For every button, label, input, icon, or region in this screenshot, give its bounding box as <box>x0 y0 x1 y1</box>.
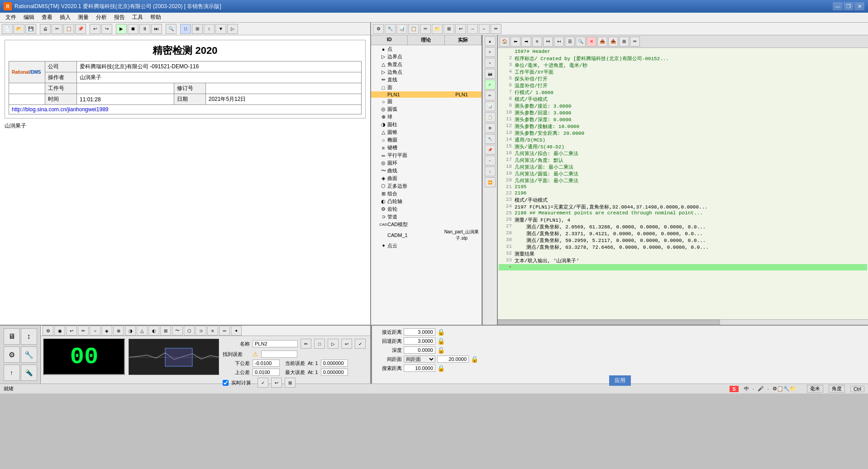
tb-open[interactable]: 📂 <box>14 24 24 34</box>
name-btn5[interactable]: ✓ <box>355 339 366 349</box>
bt-r4[interactable]: ✏ <box>78 326 89 336</box>
tree-tb-cam[interactable]: 📷 <box>485 69 496 79</box>
bottom-icon-move[interactable]: ↕ <box>21 328 37 345</box>
tb-r1[interactable]: ⚙ <box>373 24 384 34</box>
bt-r8[interactable]: ◑ <box>125 326 136 336</box>
tree-item-edge-point[interactable]: ▷ 边角点 <box>371 68 482 76</box>
tb-run[interactable]: ▶ <box>116 24 127 34</box>
tree-item-circle[interactable]: ○ 圆 <box>371 98 482 105</box>
name-btn2[interactable]: □ <box>314 339 325 349</box>
tb-r2[interactable]: 🔧 <box>385 24 396 34</box>
bt-r12[interactable]: 〜 <box>172 326 183 336</box>
tree-item-angle-point[interactable]: △ 角度点 <box>371 61 482 68</box>
rt-btn3[interactable]: ⊞ <box>285 378 296 388</box>
tb-zoom[interactable]: 🔍 <box>166 24 176 34</box>
code-tb-list[interactable]: ☰ <box>565 37 575 47</box>
tb-cut[interactable]: ✂ <box>52 24 62 34</box>
tree-tb-r10[interactable]: ⏩ <box>485 177 496 187</box>
code-tb-r2[interactable]: 📥 <box>608 37 618 47</box>
code-scrollbar[interactable] <box>498 319 868 325</box>
tree-item-curve[interactable]: 〜 曲线 <box>371 167 482 175</box>
tb-view2[interactable]: ⊞ <box>192 24 203 34</box>
tb-step[interactable]: ⏭ <box>151 24 162 34</box>
bt-r2[interactable]: ◉ <box>54 326 65 336</box>
tree-item-keyway[interactable]: ≡ 键槽 <box>371 144 482 152</box>
menu-report[interactable]: 报告 <box>110 13 129 22</box>
close-button[interactable]: ✕ <box>854 2 864 10</box>
tree-tb-r3[interactable]: 📊 <box>485 101 496 111</box>
tree-tb-r5[interactable]: ⚙ <box>485 123 496 133</box>
spacing-select[interactable]: 间距面 <box>404 355 435 363</box>
name-input[interactable] <box>253 340 298 347</box>
tb-new[interactable]: 📄 <box>2 24 13 34</box>
code-tb-align-right[interactable]: ➡ <box>521 37 531 47</box>
rt-btn2[interactable]: ↩ <box>271 378 282 388</box>
tree-item-arc[interactable]: ◎ 圆弧 <box>371 105 482 113</box>
name-btn3[interactable]: ▷ <box>328 339 339 349</box>
tb-view4[interactable]: ▼ <box>215 24 226 34</box>
tree-tb-r7[interactable]: 📌 <box>485 145 496 155</box>
tree-item-gear[interactable]: ⚙ 齿轮 <box>371 205 482 213</box>
tree-item-sphere[interactable]: ⊕ 球 <box>371 113 482 121</box>
code-tb-r3[interactable]: ⊞ <box>619 37 629 47</box>
bottom-icon-3d[interactable]: 🖥 <box>4 328 20 345</box>
code-tb-home[interactable]: 🏠 <box>500 37 510 47</box>
tb-r11[interactable]: ✏ <box>491 24 501 34</box>
tb-r7[interactable]: ⊞ <box>444 24 454 34</box>
code-tb-r4[interactable]: ✏ <box>630 37 640 47</box>
menu-measure[interactable]: 测量 <box>74 13 92 22</box>
tree-item-point[interactable]: ● 点 <box>371 45 482 53</box>
realtime-checkbox[interactable] <box>223 380 229 386</box>
tree-item-pln1[interactable]: PLN1 PLN1 <box>371 91 482 98</box>
tree-tb-up[interactable]: ▲ <box>485 36 496 46</box>
bt-r6[interactable]: ◈ <box>101 326 112 336</box>
code-tb-center[interactable]: ≡ <box>532 37 542 47</box>
code-tb-align-left[interactable]: ⬅ <box>510 37 520 47</box>
code-tb-bold[interactable]: ✕ <box>587 37 596 47</box>
tb-save[interactable]: 💾 <box>25 24 36 34</box>
tb-view3[interactable]: ↕ <box>204 24 215 34</box>
bottom-icon-r1[interactable]: ⚙ <box>4 346 20 363</box>
tb-view1[interactable]: □ <box>180 24 191 34</box>
tree-tb-r4[interactable]: 📋 <box>485 112 496 122</box>
tb-undo[interactable]: ↩ <box>90 24 100 34</box>
menu-view[interactable]: 查看 <box>38 13 56 22</box>
lower-tol-input[interactable] <box>253 360 280 367</box>
tb-r9[interactable]: → <box>467 24 478 34</box>
tree-item-pointcloud[interactable]: ✦ 点云 <box>371 242 482 250</box>
tb-stop[interactable]: ⏹ <box>128 24 138 34</box>
name-btn1[interactable]: ✏ <box>300 339 311 349</box>
bt-r17[interactable]: ✦ <box>231 326 242 336</box>
tree-item-parallel-plane[interactable]: ═ 平行平面 <box>371 152 482 159</box>
tb-print[interactable]: 🖨 <box>40 24 51 34</box>
depth-input[interactable] <box>404 346 435 354</box>
bt-r15[interactable]: ≡ <box>207 326 218 336</box>
bt-r11[interactable]: ⊞ <box>160 326 171 336</box>
spacing-input[interactable] <box>437 355 469 363</box>
code-tb-indent[interactable]: ↦ <box>543 37 553 47</box>
retract-input[interactable] <box>404 337 435 345</box>
upper-tol-input[interactable] <box>253 369 280 376</box>
bt-r14[interactable]: ⊃ <box>196 326 206 336</box>
code-tb-search[interactable]: 🔍 <box>576 37 586 47</box>
tb-view5[interactable]: ▷ <box>227 24 238 34</box>
tree-tb-filter[interactable]: Y <box>485 47 496 57</box>
tb-r3[interactable]: 📊 <box>396 24 407 34</box>
tree-item-cad-model[interactable]: CAD CAD模型 <box>371 221 482 228</box>
bt-r13[interactable]: ⬡ <box>184 326 195 336</box>
bottom-icon-r3[interactable]: ↑ <box>4 365 20 381</box>
rt-btn1[interactable]: ✓ <box>258 378 268 388</box>
tree-item-torus[interactable]: ◎ 圆环 <box>371 159 482 167</box>
name-btn4[interactable]: ↩ <box>341 339 352 349</box>
bt-r16[interactable]: ═ <box>219 326 230 336</box>
restore-button[interactable]: ❐ <box>844 2 854 10</box>
tb-copy[interactable]: 📋 <box>63 24 74 34</box>
bt-r3[interactable]: ↩ <box>66 326 77 336</box>
tree-item-boundary-point[interactable]: ▷ 边界点 <box>371 53 482 61</box>
tb-r10[interactable]: ← <box>479 24 490 34</box>
menu-help[interactable]: 帮助 <box>147 13 165 22</box>
tb-r5[interactable]: ✂ <box>420 24 431 34</box>
menu-file[interactable]: 文件 <box>2 13 20 22</box>
approach-input[interactable] <box>404 328 435 336</box>
tb-r6[interactable]: 📁 <box>432 24 443 34</box>
